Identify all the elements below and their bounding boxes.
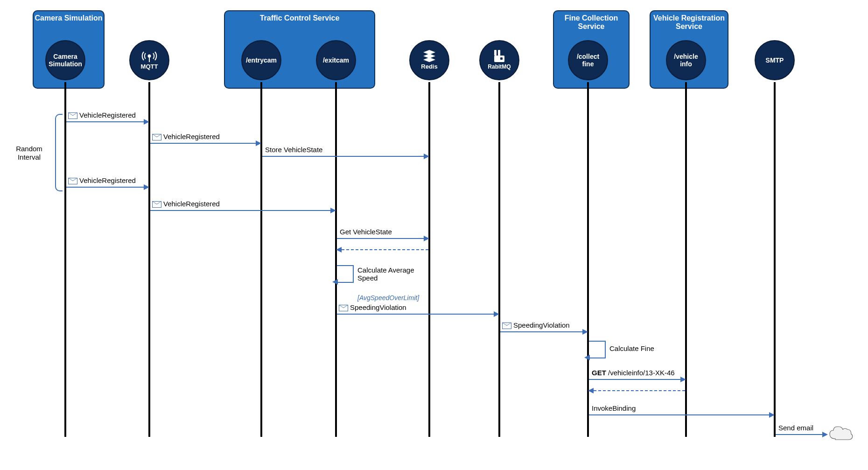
brace-icon: [55, 114, 63, 191]
arrow: [589, 414, 774, 415]
actor-exitcam: /exitcam: [316, 40, 356, 80]
msg-vehicle-registered-1: VehicleRegistered: [68, 111, 136, 119]
self-call: [589, 341, 606, 358]
lifeline: [774, 82, 776, 437]
lifeline: [335, 82, 337, 437]
arrow-return: [589, 390, 685, 391]
msg-speeding-violation-2: SpeedingViolation: [502, 321, 570, 329]
svg-rect-8: [500, 57, 503, 60]
lifeline: [428, 82, 430, 437]
actor-smtp: SMTP: [755, 40, 795, 80]
arrow-return: [337, 249, 428, 250]
arrow: [589, 379, 685, 380]
envelope-icon: [339, 305, 348, 311]
cloud-icon: [827, 424, 855, 442]
msg-send-email: Send email: [778, 424, 813, 432]
envelope-icon: [68, 178, 77, 184]
actor-rabbitmq: RabitMQ: [479, 40, 519, 80]
arrow: [150, 143, 260, 144]
msg-invoke-binding: InvokeBinding: [592, 404, 636, 412]
sequence-diagram: Camera Simulation Traffic Control Servic…: [0, 0, 868, 470]
actor-entrycam: /entrycam: [241, 40, 281, 80]
arrow: [66, 187, 148, 188]
rabbitmq-icon: [493, 50, 505, 62]
actor-vehicle-info: /vehicle info: [666, 40, 706, 80]
envelope-icon: [152, 134, 161, 140]
msg-get-vehicleinfo: GET /vehicleinfo/13-XK-46: [592, 369, 675, 377]
msg-store-vehiclestate: Store VehicleState: [265, 146, 322, 154]
self-call: [337, 265, 354, 283]
arrow: [262, 156, 428, 157]
arrow: [776, 434, 827, 435]
msg-vehicle-registered-4: VehicleRegistered: [152, 200, 220, 208]
arrow: [500, 331, 587, 332]
arrow: [337, 238, 428, 239]
lifeline: [148, 82, 150, 437]
actor-redis: Redis: [409, 40, 449, 80]
msg-get-vehiclestate: Get VehicleState: [340, 228, 392, 236]
lifeline: [64, 82, 66, 437]
antenna-icon: [141, 50, 157, 62]
note-random-interval: Random Interval: [7, 145, 51, 161]
guard-avg-speed: [AvgSpeedOverLimit]: [357, 294, 419, 302]
arrow: [337, 314, 498, 315]
msg-speeding-violation-1: SpeedingViolation: [339, 303, 406, 311]
service-title: Camera Simulation: [34, 14, 104, 22]
svg-point-0: [148, 55, 150, 57]
lifeline: [587, 82, 589, 437]
msg-calc-avg-speed: Calculate Average Speed: [357, 266, 418, 282]
actor-collect-fine: /collect fine: [568, 40, 608, 80]
envelope-icon: [502, 323, 511, 329]
svg-marker-4: [423, 57, 435, 62]
envelope-icon: [152, 201, 161, 208]
msg-vehicle-registered-3: VehicleRegistered: [68, 176, 136, 184]
actor-camera-simulation: Camera Simulation: [45, 40, 85, 80]
msg-calc-fine: Calculate Fine: [609, 344, 654, 352]
svg-rect-5: [494, 50, 497, 56]
service-title: Vehicle Registration Service: [651, 14, 728, 31]
msg-vehicle-registered-2: VehicleRegistered: [152, 133, 220, 140]
lifeline: [260, 82, 262, 437]
svg-rect-7: [494, 56, 504, 62]
service-title: Traffic Control Service: [225, 14, 374, 22]
stack-icon: [422, 50, 436, 62]
actor-mqtt: MQTT: [129, 40, 169, 80]
lifeline: [498, 82, 500, 437]
lifeline: [685, 82, 687, 437]
arrow: [66, 121, 148, 122]
svg-rect-6: [498, 50, 500, 56]
arrow: [150, 210, 335, 211]
envelope-icon: [68, 112, 77, 119]
service-title: Fine Collection Service: [554, 14, 629, 31]
